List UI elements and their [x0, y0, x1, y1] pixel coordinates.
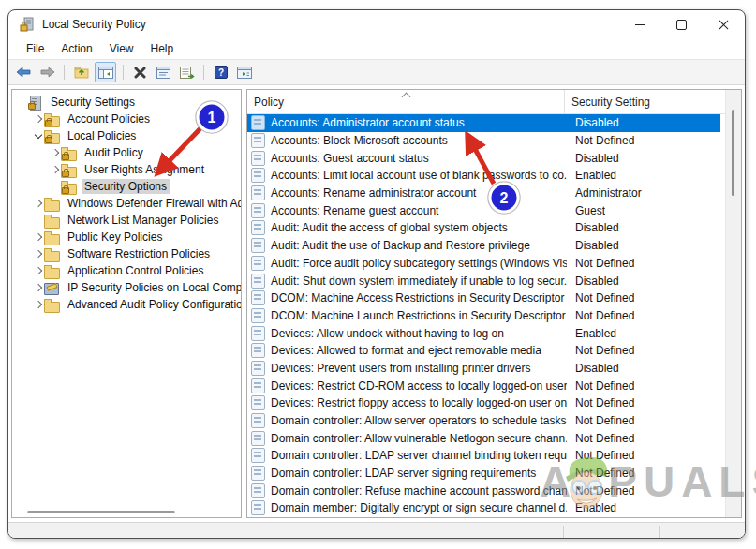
policy-setting-value: Disabled [567, 274, 619, 288]
tree-chevron-icon[interactable] [33, 130, 44, 141]
toolbar-separator [123, 65, 124, 80]
policy-row[interactable]: Audit: Shut down system immediately if u… [247, 272, 720, 289]
back-button[interactable] [14, 63, 34, 82]
policy-setting-value: Disabled [567, 152, 619, 165]
tree-chevron-icon[interactable] [33, 248, 44, 260]
policy-row[interactable]: Devices: Restrict CD-ROM access to local… [247, 377, 720, 394]
lock-icon [28, 103, 36, 110]
policy-row[interactable]: DCOM: Machine Access Restrictions in Sec… [247, 289, 720, 307]
tree-item[interactable]: Public Key Policies [12, 229, 241, 245]
policy-row[interactable]: Domain controller: Allow server operator… [247, 412, 720, 430]
delete-button[interactable] [130, 63, 150, 82]
properties-button[interactable] [154, 63, 173, 82]
menu-item[interactable]: View [101, 40, 142, 57]
policy-doc-icon [251, 395, 265, 410]
policy-row[interactable]: Domain controller: Refuse machine accoun… [247, 482, 720, 499]
tree-item[interactable]: Local Policies [12, 127, 241, 144]
policy-row[interactable]: Accounts: Administrator account status D… [247, 114, 720, 132]
lock-icon [45, 137, 52, 143]
policy-setting-value: Disabled [567, 362, 619, 375]
policy-row[interactable]: Accounts: Rename guest account Guest [247, 201, 720, 219]
tree-chevron-icon[interactable] [50, 147, 61, 158]
tree-item[interactable]: Application Control Policies [12, 262, 241, 279]
tree-item[interactable]: Windows Defender Firewall with Adva [12, 195, 241, 212]
title-bar[interactable]: Local Security Policy [8, 10, 745, 38]
window-controls [618, 10, 745, 38]
export-list-button[interactable] [177, 63, 197, 82]
policy-setting-value: Not Defined [567, 396, 634, 409]
security-setting-column-header[interactable]: Security Setting [565, 90, 741, 113]
policy-row[interactable]: Domain member: Digitally encrypt or sign… [247, 499, 720, 517]
horizontal-scrollbar[interactable] [27, 511, 175, 513]
up-folder-icon [74, 66, 89, 79]
main-area: Security Settings Account Policies Local… [8, 85, 745, 522]
policy-doc-icon [251, 326, 265, 341]
policy-name: Domain member: Digitally encrypt or sign… [271, 501, 567, 514]
policy-doc-icon [251, 500, 265, 515]
delete-icon [134, 67, 146, 79]
menu-item[interactable]: Action [52, 40, 100, 57]
status-bar-separator [563, 526, 564, 539]
policy-row[interactable]: Devices: Allow undock without having to … [247, 324, 720, 342]
policy-row[interactable]: Devices: Prevent users from installing p… [247, 360, 720, 378]
policy-row[interactable]: DCOM: Machine Launch Restrictions in Sec… [247, 307, 720, 325]
tree-item[interactable]: Software Restriction Policies [12, 245, 241, 262]
tree-chevron-icon[interactable] [16, 96, 27, 108]
tree-chevron-icon[interactable] [33, 198, 44, 209]
tree-chevron-icon[interactable] [33, 265, 44, 276]
tree-item[interactable]: Account Policies [12, 111, 241, 127]
new-window-button[interactable] [234, 63, 254, 82]
policy-row[interactable]: Accounts: Guest account status Disabled [247, 149, 720, 167]
tree-chevron-icon[interactable] [33, 231, 44, 243]
policy-name: Devices: Prevent users from installing p… [271, 362, 567, 375]
policy-row[interactable]: Domain controller: LDAP server channel b… [247, 447, 720, 465]
tree-item[interactable]: Security Settings [12, 94, 241, 111]
tree-item[interactable]: Audit Policy [12, 144, 241, 161]
menu-item[interactable]: File [18, 40, 52, 57]
policy-setting-value: Disabled [567, 116, 619, 129]
menu-item[interactable]: Help [142, 40, 183, 57]
minimize-button[interactable] [618, 10, 660, 38]
tree-node-icon [44, 197, 60, 211]
tree-chevron-icon[interactable] [50, 181, 61, 192]
policy-row[interactable]: Accounts: Limit local account use of bla… [247, 167, 720, 185]
tree-chevron-icon[interactable] [33, 113, 44, 125]
tree-node-icon [44, 112, 60, 126]
tree-item[interactable]: Network List Manager Policies [12, 212, 241, 229]
tree-item[interactable]: User Rights Assignment [12, 161, 241, 178]
help-button[interactable]: ? [211, 63, 230, 82]
policy-setting-value: Administrator [567, 186, 642, 200]
tree-item[interactable]: IP Security Policies on Local Compute [12, 279, 241, 296]
policy-row[interactable]: Domain controller: LDAP server signing r… [247, 465, 720, 482]
policy-doc-icon [251, 431, 265, 446]
policy-doc-icon [251, 185, 265, 200]
policy-row[interactable]: Devices: Allowed to format and eject rem… [247, 342, 720, 360]
policy-setting-value: Not Defined [567, 257, 634, 270]
policy-row[interactable]: Audit: Audit the use of Backup and Resto… [247, 237, 720, 255]
tree-chevron-icon[interactable] [33, 299, 44, 310]
policy-row[interactable]: Domain controller: Allow vulnerable Netl… [247, 429, 720, 447]
vertical-scrollbar[interactable] [725, 90, 741, 517]
policy-row[interactable]: Devices: Restrict floppy access to local… [247, 394, 720, 412]
policy-name: Domain controller: Allow server operator… [271, 414, 567, 427]
policy-doc-icon [251, 256, 265, 271]
policy-row[interactable]: Audit: Force audit policy subcategory se… [247, 255, 720, 273]
policy-row[interactable]: Accounts: Rename administrator account A… [247, 185, 720, 202]
maximize-button[interactable] [660, 10, 703, 38]
tree-chevron-icon[interactable] [33, 282, 44, 293]
console-tree-toggle-button[interactable] [95, 62, 116, 82]
close-button[interactable] [703, 10, 745, 38]
tree-chevron-icon[interactable] [50, 164, 61, 175]
policy-row[interactable]: Accounts: Block Microsoft accounts Not D… [247, 132, 720, 150]
up-folder-button[interactable] [71, 63, 91, 82]
tree-chevron-icon[interactable] [33, 215, 44, 226]
policy-name: Accounts: Block Microsoft accounts [271, 134, 567, 147]
tree-node-icon [44, 129, 60, 143]
tree-item[interactable]: Advanced Audit Policy Configuration [12, 296, 241, 313]
tree-item[interactable]: Security Options [12, 178, 241, 195]
vertical-scrollbar-thumb[interactable] [732, 110, 734, 196]
tree-item-label: Public Key Policies [65, 230, 165, 245]
policy-column-header[interactable]: Policy [247, 90, 565, 113]
policy-row[interactable]: Audit: Audit the access of global system… [247, 219, 720, 237]
forward-button[interactable] [37, 63, 57, 82]
